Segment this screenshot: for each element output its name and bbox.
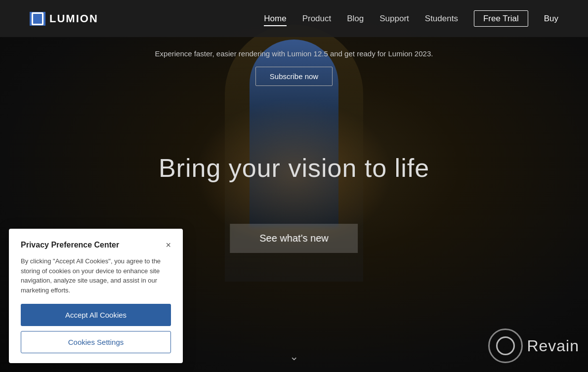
nav-blog[interactable]: Blog <box>347 14 364 25</box>
info-bar: Experience faster, easier rendering with… <box>0 49 588 86</box>
nav-home[interactable]: Home <box>264 14 286 26</box>
nav-support[interactable]: Support <box>379 14 409 25</box>
see-whats-new-button[interactable]: See what's new <box>230 224 358 253</box>
info-text: Experience faster, easier rendering with… <box>0 49 588 58</box>
nav-free-trial[interactable]: Free Trial <box>474 10 528 27</box>
cookie-body-text: By clicking "Accept All Cookies", you ag… <box>21 256 171 295</box>
logo[interactable]: LUMION <box>30 12 98 26</box>
nav-product[interactable]: Product <box>302 14 332 25</box>
revain-icon <box>488 329 523 363</box>
nav-students[interactable]: Students <box>425 14 458 25</box>
hero-title: Bring your vision to life <box>0 153 588 183</box>
cookie-close-button[interactable]: × <box>166 241 171 249</box>
accept-all-cookies-button[interactable]: Accept All Cookies <box>21 304 171 326</box>
scroll-down-chevron[interactable]: ⌄ <box>290 350 298 363</box>
revain-text: Revain <box>527 337 579 355</box>
cookie-preference-modal: Privacy Preference Center × By clicking … <box>9 229 183 363</box>
cookies-settings-button[interactable]: Cookies Settings <box>21 331 171 353</box>
subscribe-button[interactable]: Subscribe now <box>255 67 333 86</box>
nav-buy[interactable]: Buy <box>544 14 558 25</box>
logo-text: LUMION <box>49 12 98 25</box>
navigation: LUMION Home Product Blog Support Student… <box>0 0 588 37</box>
cookie-title: Privacy Preference Center <box>21 241 119 249</box>
revain-logo: Revain <box>488 329 579 363</box>
cookie-header: Privacy Preference Center × <box>21 241 171 249</box>
nav-links: Home Product Blog Support Students Free … <box>264 14 558 24</box>
logo-icon <box>30 12 45 26</box>
